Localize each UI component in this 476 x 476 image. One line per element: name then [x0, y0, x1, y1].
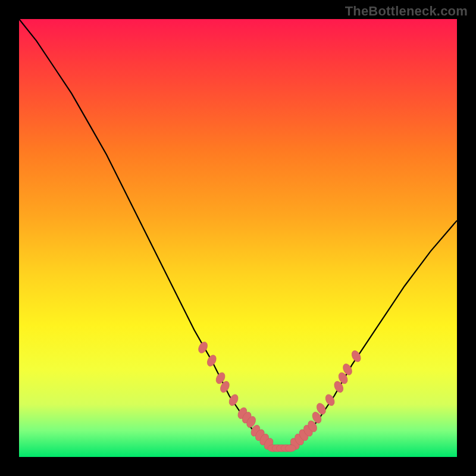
- curve-marker: [285, 444, 296, 452]
- curve-markers: [197, 340, 362, 452]
- plot-area: [19, 19, 457, 457]
- curve-marker: [205, 353, 218, 368]
- chart-frame: TheBottleneck.com: [0, 0, 476, 476]
- watermark-text: TheBottleneck.com: [345, 4, 468, 19]
- curve-svg: [19, 19, 457, 457]
- bottleneck-curve: [19, 19, 457, 448]
